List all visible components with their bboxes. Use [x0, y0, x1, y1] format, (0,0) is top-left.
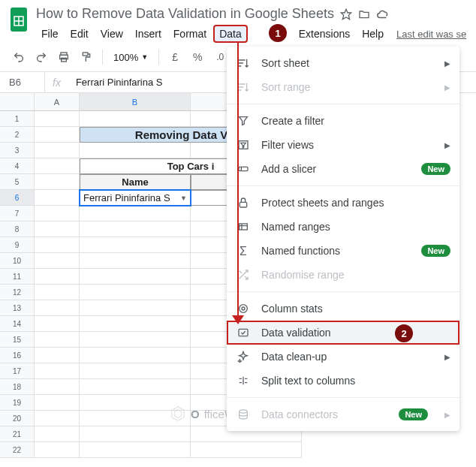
new-badge: New [421, 245, 450, 257]
menu-insert[interactable]: Insert [130, 25, 167, 43]
row-header[interactable]: 15 [0, 332, 35, 348]
row-header[interactable]: 1 [0, 111, 35, 127]
chevron-right-icon: ▶ [444, 141, 450, 149]
row-header[interactable]: 4 [0, 158, 35, 174]
cell-b6[interactable]: Ferrari Pininfarina S▼ [80, 190, 191, 206]
chevron-right-icon: ▶ [444, 59, 450, 68]
annotation-arrow-head [232, 315, 244, 327]
new-badge: New [399, 408, 428, 420]
svg-point-14 [240, 305, 248, 313]
zoom-selector[interactable]: 100% ▼ [109, 52, 152, 63]
row-header[interactable]: 6 [0, 190, 35, 206]
menu-data-validation[interactable]: Data validation [227, 321, 459, 345]
menu-data-cleanup[interactable]: Data clean-up▶ [227, 345, 459, 369]
row-header[interactable]: 11 [0, 269, 35, 285]
menubar: File Edit View Insert Format Data s Exte… [36, 25, 467, 43]
database-icon [236, 407, 251, 422]
row-header[interactable]: 9 [0, 237, 35, 253]
svg-rect-15 [239, 329, 248, 336]
redo-button[interactable] [32, 47, 51, 67]
col-header[interactable]: A [35, 93, 80, 111]
menu-sort-range: Sort range▶ [227, 75, 459, 99]
annotation-circle-1: 1 [269, 24, 287, 42]
row-header[interactable]: 19 [0, 395, 35, 411]
split-text-icon [236, 373, 251, 388]
row-header[interactable]: 22 [0, 442, 35, 458]
fx-label: fx [53, 77, 61, 89]
chevron-right-icon: ▶ [444, 353, 450, 361]
menu-column-stats[interactable]: Column stats [227, 297, 459, 321]
menu-file[interactable]: File [36, 25, 64, 43]
data-menu-dropdown: Sort sheet▶ Sort range▶ Create a filter … [227, 47, 459, 431]
col-header[interactable]: B [80, 93, 191, 111]
row-header[interactable]: 5 [0, 174, 35, 190]
percent-button[interactable]: % [188, 47, 207, 67]
paint-format-button[interactable] [77, 47, 96, 67]
row-header[interactable]: 18 [0, 379, 35, 395]
menu-sort-sheet[interactable]: Sort sheet▶ [227, 51, 459, 75]
row-header[interactable]: 3 [0, 143, 35, 158]
row-header[interactable]: 20 [0, 411, 35, 426]
col-b-header-cell[interactable]: Name [80, 174, 191, 190]
row-header[interactable]: 16 [0, 348, 35, 363]
menu-randomise-range: Randomise range [227, 263, 459, 287]
menu-help[interactable]: Help [357, 25, 389, 43]
svg-marker-17 [232, 315, 244, 324]
menu-data-connectors: Data connectorsNew▶ [227, 402, 459, 426]
menu-named-ranges[interactable]: Named ranges [227, 215, 459, 239]
menu-add-slicer[interactable]: Add a slicerNew [227, 157, 459, 181]
formula-bar[interactable]: Ferrari Pininfarina S [76, 77, 163, 88]
svg-rect-11 [240, 202, 246, 207]
cleanup-icon [236, 349, 251, 364]
menu-filter-views[interactable]: Filter views▶ [227, 133, 459, 157]
svg-rect-10 [239, 167, 248, 170]
svg-point-13 [242, 307, 245, 310]
select-all-corner[interactable] [0, 93, 35, 111]
menu-data[interactable]: Data [213, 25, 248, 43]
row-header[interactable]: 10 [0, 253, 35, 269]
svg-point-16 [240, 410, 248, 413]
menu-split-text[interactable]: Split text to columns [227, 369, 459, 393]
menu-edit[interactable]: Edit [65, 25, 94, 43]
undo-button[interactable] [9, 47, 29, 67]
menu-protect-sheets[interactable]: Protect sheets and ranges [227, 191, 459, 215]
data-validation-icon [236, 325, 251, 340]
row-header[interactable]: 13 [0, 300, 35, 316]
star-icon[interactable] [340, 8, 352, 20]
cell-b6-value: Ferrari Pininfarina S [83, 192, 170, 203]
row-header[interactable]: 12 [0, 285, 35, 300]
svg-rect-12 [240, 224, 248, 230]
row-header[interactable]: 2 [0, 127, 35, 143]
row-header[interactable]: 14 [0, 316, 35, 332]
currency-button[interactable]: £ [165, 47, 185, 67]
annotation-arrow-line [237, 42, 239, 320]
print-button[interactable] [54, 47, 74, 67]
last-edit-link[interactable]: Last edit was se [396, 29, 466, 40]
cloud-status-icon[interactable] [376, 8, 390, 21]
menu-format[interactable]: Format [168, 25, 212, 43]
row-header[interactable]: 7 [0, 206, 35, 221]
svg-marker-4 [341, 9, 351, 19]
new-badge: New [421, 163, 450, 175]
row-header[interactable]: 17 [0, 363, 35, 379]
svg-marker-18 [172, 407, 185, 420]
menu-extensions[interactable]: Extensions [294, 25, 355, 43]
svg-marker-19 [174, 410, 181, 418]
move-folder-icon[interactable] [358, 8, 370, 20]
row-header[interactable]: 8 [0, 221, 35, 237]
menu-view[interactable]: View [95, 25, 128, 43]
row-header[interactable]: 21 [0, 426, 35, 442]
menu-named-functions[interactable]: Named functionsNew [227, 239, 459, 263]
validation-dropdown-icon[interactable]: ▼ [180, 194, 187, 202]
svg-rect-8 [83, 53, 88, 56]
chevron-right-icon: ▶ [444, 411, 450, 419]
sheets-logo[interactable] [9, 6, 29, 33]
chevron-right-icon: ▶ [444, 83, 450, 92]
name-box[interactable]: B6 [0, 72, 45, 92]
menu-create-filter[interactable]: Create a filter [227, 109, 459, 133]
annotation-circle-2: 2 [395, 324, 413, 342]
doc-title[interactable]: How to Remove Data Validation in Google … [36, 6, 334, 22]
